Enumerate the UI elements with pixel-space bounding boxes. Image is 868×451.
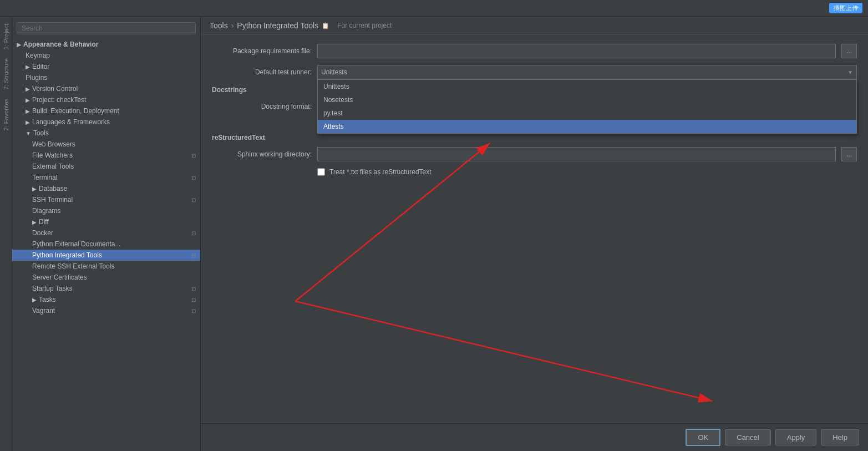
main-layout: 1: Project 7: Structure 2: Favorites ▶ A…: [0, 17, 868, 451]
arrow-icon: ▶: [32, 219, 37, 225]
project-icon: 📋: [322, 22, 329, 29]
arrow-icon: ▶: [32, 186, 37, 192]
sidebar-item-label: Tasks: [39, 296, 56, 303]
tool-strip-favorites[interactable]: 2: Favorites: [1, 94, 11, 135]
dropdown-list: Unittests Nosetests py.test Attests: [317, 79, 857, 134]
sphinx-btn[interactable]: ...: [841, 147, 857, 161]
sidebar-item-label: SSH Terminal: [32, 196, 73, 204]
sidebar-item-label: Version Control: [32, 85, 78, 93]
treat-checkbox-row: Treat *.txt files as reStructuredText: [317, 168, 857, 176]
copy-icon: ⊡: [191, 286, 196, 292]
sidebar-item-diff[interactable]: ▶ Diff: [12, 216, 200, 227]
settings-panel: ▶ Appearance & Behavior Keymap ▶ Editor …: [12, 17, 868, 451]
sidebar-item-label: Diff: [39, 218, 49, 226]
sidebar-item-build[interactable]: ▶ Build, Execution, Deployment: [12, 105, 200, 116]
sidebar-item-ssh-terminal[interactable]: SSH Terminal ⊡: [12, 194, 200, 205]
copy-icon: ⊡: [191, 297, 196, 303]
sidebar-item-keymap[interactable]: Keymap: [12, 50, 200, 61]
sidebar-item-label: Startup Tasks: [32, 285, 72, 292]
sidebar-item-version-control[interactable]: ▶ Version Control: [12, 83, 200, 94]
sidebar-item-label: Editor: [32, 63, 49, 70]
sidebar-item-external-tools[interactable]: External Tools: [12, 161, 200, 172]
dropdown-selected[interactable]: Unittests ▼: [317, 65, 857, 79]
bottom-bar: OK Cancel Apply Help: [201, 423, 868, 451]
tool-strip-left: 1: Project 7: Structure 2: Favorites: [0, 17, 12, 451]
arrow-icon: ▶: [26, 97, 30, 103]
sidebar-item-web-browsers[interactable]: Web Browsers: [12, 139, 200, 150]
sidebar-item-label: Keymap: [26, 52, 50, 59]
package-req-input[interactable]: [317, 44, 836, 58]
sidebar-item-editor[interactable]: ▶ Editor: [12, 61, 200, 72]
dropdown-option-pytest[interactable]: py.test: [318, 107, 856, 120]
content-header: Tools › Python Integrated Tools 📋 For cu…: [201, 17, 868, 35]
default-test-row: Default test runner: Unittests ▼ Unittes…: [212, 65, 857, 79]
package-req-btn[interactable]: ...: [841, 44, 857, 58]
for-project-label: For current project: [337, 22, 392, 29]
sidebar-item-file-watchers[interactable]: File Watchers ⊡: [12, 150, 200, 161]
sidebar-item-tools[interactable]: ▼ Tools: [12, 128, 200, 139]
sidebar-item-tasks[interactable]: ▶ Tasks ⊡: [12, 294, 200, 305]
sidebar-item-startup-tasks[interactable]: Startup Tasks ⊡: [12, 283, 200, 294]
sidebar-item-appearance[interactable]: ▶ Appearance & Behavior: [12, 39, 200, 50]
sphinx-row: Sphinx working directory: ...: [212, 147, 857, 161]
sidebar-item-project[interactable]: ▶ Project: checkTest: [12, 94, 200, 105]
search-input[interactable]: [17, 22, 196, 34]
copy-icon: ⊡: [191, 175, 196, 181]
sidebar-item-languages[interactable]: ▶ Languages & Frameworks: [12, 116, 200, 128]
dropdown-value: Unittests: [321, 68, 347, 76]
sidebar-item-plugins[interactable]: Plugins: [12, 72, 200, 83]
sidebar-item-label: Python External Documenta...: [32, 240, 120, 248]
docstring-format-label: Docstring format:: [212, 103, 312, 110]
sidebar-item-diagrams[interactable]: Diagrams: [12, 205, 200, 216]
content-body: Package requirements file: ... Default t…: [201, 35, 868, 423]
sidebar-item-label: Server Certificates: [32, 273, 87, 281]
breadcrumb-sep: ›: [231, 21, 234, 30]
breadcrumb-page: Python Integrated Tools: [237, 21, 318, 30]
treat-checkbox[interactable]: [317, 168, 325, 176]
arrow-icon: ▶: [32, 297, 37, 303]
treat-label: Treat *.txt files as reStructuredText: [329, 168, 432, 176]
dropdown-option-attests[interactable]: Attests: [318, 120, 856, 133]
sidebar-item-docker[interactable]: Docker ⊡: [12, 227, 200, 239]
sidebar-item-label: Tools: [33, 129, 49, 137]
dropdown-option-nosetests[interactable]: Nosetests: [318, 93, 856, 107]
sphinx-input[interactable]: [317, 147, 836, 161]
sidebar-item-label: External Tools: [32, 163, 74, 170]
arrow-icon: ▶: [26, 86, 30, 92]
arrow-icon: ▼: [26, 130, 31, 136]
sidebar-item-terminal[interactable]: Terminal ⊡: [12, 172, 200, 183]
test-runner-dropdown[interactable]: Unittests ▼ Unittests Nosetests py.test …: [317, 65, 857, 79]
arrow-icon: ▶: [26, 64, 30, 70]
copy-icon: ⊡: [191, 252, 196, 259]
sidebar-item-vagrant[interactable]: Vagrant ⊡: [12, 305, 200, 316]
default-test-label: Default test runner:: [212, 68, 312, 76]
sidebar-item-label: Docker: [32, 229, 53, 237]
sidebar-item-database[interactable]: ▶ Database: [12, 183, 200, 194]
top-bar: 插图上传: [0, 0, 868, 17]
svg-line-4: [295, 301, 712, 401]
restructured-section-label: reStructuredText: [212, 134, 857, 141]
arrow-icon: ▶: [26, 119, 30, 125]
sidebar-item-python-integrated[interactable]: Python Integrated Tools ⊡: [12, 250, 200, 261]
sphinx-label: Sphinx working directory:: [212, 150, 312, 158]
help-button[interactable]: Help: [821, 429, 859, 445]
tool-strip-project[interactable]: 1: Project: [1, 19, 11, 54]
sidebar-item-label: Vagrant: [32, 307, 55, 315]
arrow-icon: ▶: [17, 42, 21, 48]
ok-button[interactable]: OK: [686, 429, 720, 446]
content-area: Tools › Python Integrated Tools 📋 For cu…: [201, 17, 868, 451]
top-badge[interactable]: 插图上传: [829, 3, 862, 13]
cancel-button[interactable]: Cancel: [725, 429, 770, 445]
sidebar-item-label: Web Browsers: [32, 140, 75, 148]
sidebar-item-label: Diagrams: [32, 207, 60, 215]
apply-button[interactable]: Apply: [775, 429, 817, 445]
sidebar-item-label: Python Integrated Tools: [32, 251, 102, 259]
breadcrumb-tools: Tools: [210, 21, 228, 30]
sidebar-item-server-certs[interactable]: Server Certificates: [12, 272, 200, 283]
sidebar-item-python-ext-doc[interactable]: Python External Documenta...: [12, 239, 200, 250]
sidebar-item-remote-ssh[interactable]: Remote SSH External Tools: [12, 261, 200, 272]
dropdown-option-unittests[interactable]: Unittests: [318, 80, 856, 93]
copy-icon: ⊡: [191, 153, 196, 159]
tool-strip-structure[interactable]: 7: Structure: [1, 54, 11, 94]
nav-tree: ▶ Appearance & Behavior Keymap ▶ Editor …: [12, 17, 201, 451]
